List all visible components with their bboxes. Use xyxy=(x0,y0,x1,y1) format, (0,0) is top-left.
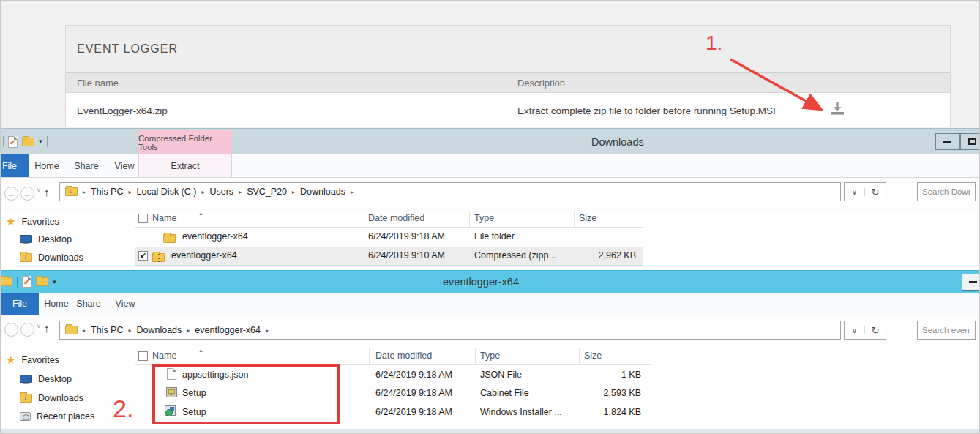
select-all-checkbox[interactable] xyxy=(138,351,148,361)
download-icon[interactable] xyxy=(829,102,847,118)
column-header-type[interactable]: Type xyxy=(474,213,494,223)
event-logger-card: EVENT LOGGER File name Description Event… xyxy=(65,25,951,127)
zip-folder-icon xyxy=(152,253,165,262)
file-type: JSON File xyxy=(480,370,522,380)
tab-share[interactable]: Share xyxy=(71,154,102,177)
annotation-box-step-2 xyxy=(152,364,340,424)
download-arrow-glyph: ↓ xyxy=(69,187,72,195)
tab-view[interactable]: View xyxy=(111,293,140,315)
titlebar[interactable]: ✔ ▾ eventlogger-x64 xyxy=(1,270,980,293)
sidebar-group-favorites[interactable]: ★ Favorites xyxy=(1,212,132,231)
breadcrumb-this-pc[interactable]: This PC xyxy=(91,187,123,197)
address-breadcrumb[interactable]: ▸ This PC ▸ Downloads ▸ eventlogger-x64 … xyxy=(59,321,841,340)
select-all-checkbox[interactable] xyxy=(138,214,148,223)
address-breadcrumb[interactable]: ↓ ▸ This PC ▸ Local Disk (C:) ▸ Users ▸ … xyxy=(59,182,841,201)
search-input[interactable] xyxy=(917,321,976,340)
sort-ascending-icon[interactable]: ▲ xyxy=(198,211,203,216)
address-dropdown-icon[interactable]: ∨ xyxy=(845,326,865,334)
breadcrumb-svc-p20[interactable]: SVC_P20 xyxy=(247,187,287,197)
tab-share[interactable]: Share xyxy=(73,293,104,315)
customize-quick-access-icon[interactable]: ▾ xyxy=(53,279,56,285)
file-browser-content: ★ Favorites Desktop ↓ Downloads Recent p… xyxy=(1,345,980,429)
address-dropdown-icon[interactable]: ∨ xyxy=(845,188,865,196)
file-date: 6/24/2019 9:18 AM xyxy=(375,370,452,380)
sidebar-item-label: Desktop xyxy=(38,234,72,244)
properties-icon[interactable]: ✔ xyxy=(8,136,18,148)
forward-button[interactable]: → xyxy=(20,323,34,337)
sidebar-item-desktop[interactable]: Desktop xyxy=(1,370,132,388)
column-header-name[interactable]: Name xyxy=(152,351,176,361)
customize-quick-access-icon[interactable]: ▾ xyxy=(39,138,42,145)
breadcrumb-local-disk[interactable]: Local Disk (C:) xyxy=(136,187,196,197)
file-size: 1,824 KB xyxy=(583,407,641,417)
caret-icon: ▸ xyxy=(83,327,86,334)
recent-places-icon xyxy=(20,412,31,421)
column-divider xyxy=(369,348,370,364)
caret-icon: ▸ xyxy=(266,327,269,334)
caret-icon: ▸ xyxy=(201,189,204,195)
column-header-size[interactable]: Size xyxy=(584,351,602,361)
address-bar-row: ← → ∨ ↑ ▸ This PC ▸ Downloads ▸ eventlog… xyxy=(1,315,980,345)
star-icon: ★ xyxy=(6,353,15,367)
tab-file[interactable]: File xyxy=(1,154,29,177)
annotation-step-2: 2. xyxy=(113,394,133,423)
file-browser-content: ★ Favorites Desktop ↓ Downloads Recent p… xyxy=(1,211,980,270)
new-folder-icon[interactable] xyxy=(22,138,34,146)
file-name-cell: EventLogger-x64.zip xyxy=(77,105,168,116)
file-date: 6/24/2019 9:18 AM xyxy=(368,231,445,242)
file-size: 2,593 KB xyxy=(583,388,641,398)
back-button[interactable]: ← xyxy=(4,323,18,337)
file-size: 1 KB xyxy=(583,370,641,380)
titlebar[interactable]: ✔ ▾ Compressed Folder Tools Downloads xyxy=(1,128,980,154)
file-type: Compressed (zipp... xyxy=(474,250,556,261)
column-header-name[interactable]: Name xyxy=(152,213,176,223)
divider xyxy=(17,277,18,288)
up-button[interactable]: ↑ xyxy=(44,322,50,334)
tab-extract[interactable]: Extract xyxy=(138,154,232,177)
caret-icon: ▸ xyxy=(292,189,295,195)
divider xyxy=(47,136,48,147)
window-icon xyxy=(1,277,12,286)
recent-locations-icon[interactable]: ∨ xyxy=(37,323,41,329)
new-folder-icon[interactable] xyxy=(36,277,48,286)
tab-home[interactable]: Home xyxy=(31,154,62,177)
sidebar-item-downloads[interactable]: ↓ Downloads xyxy=(1,248,132,266)
forward-button[interactable]: → xyxy=(20,187,34,201)
sidebar-group-favorites[interactable]: ★ Favorites xyxy=(1,351,132,369)
recent-locations-icon[interactable]: ∨ xyxy=(37,187,41,193)
tab-file[interactable]: File xyxy=(1,293,39,315)
file-date: 6/24/2019 9:18 AM xyxy=(375,407,452,417)
minimize-icon xyxy=(969,281,977,283)
properties-icon[interactable]: ✔ xyxy=(22,276,31,288)
column-header-size[interactable]: Size xyxy=(579,213,596,223)
up-button[interactable]: ↑ xyxy=(44,186,50,198)
maximize-button[interactable] xyxy=(960,133,980,150)
column-header-type[interactable]: Type xyxy=(480,351,500,361)
sidebar-group-label: Favorites xyxy=(21,355,59,365)
sidebar-item-label: Downloads xyxy=(38,393,83,403)
refresh-icon[interactable]: ↻ xyxy=(865,325,886,336)
breadcrumb-this-pc[interactable]: This PC xyxy=(91,325,123,335)
breadcrumb-eventlogger-x64[interactable]: eventlogger-x64 xyxy=(195,325,261,335)
bottom-edge-strip xyxy=(1,429,979,434)
column-header-date[interactable]: Date modified xyxy=(368,213,424,223)
sidebar-item-desktop[interactable]: Desktop xyxy=(1,230,132,248)
breadcrumb-downloads[interactable]: Downloads xyxy=(300,187,345,197)
row-checkbox-checked[interactable]: ✔ xyxy=(138,251,148,261)
sidebar-item-label: Recent places xyxy=(37,411,94,422)
sort-ascending-icon[interactable]: ▲ xyxy=(198,348,203,353)
back-button[interactable]: ← xyxy=(4,187,18,201)
search-input[interactable] xyxy=(917,182,976,201)
tab-home[interactable]: Home xyxy=(41,293,72,315)
address-controls: ∨ ↻ xyxy=(844,321,886,340)
tab-view[interactable]: View xyxy=(110,154,139,177)
sidebar-item-recent-places[interactable]: Recent places xyxy=(1,265,132,270)
breadcrumb-users[interactable]: Users xyxy=(209,187,233,197)
caret-icon: ▸ xyxy=(351,189,354,195)
breadcrumb-downloads[interactable]: Downloads xyxy=(136,325,182,335)
minimize-button[interactable] xyxy=(935,133,960,150)
desktop-icon xyxy=(20,235,32,243)
refresh-icon[interactable]: ↻ xyxy=(865,187,886,198)
minimize-button[interactable] xyxy=(962,274,980,291)
column-header-date[interactable]: Date modified xyxy=(375,351,432,361)
